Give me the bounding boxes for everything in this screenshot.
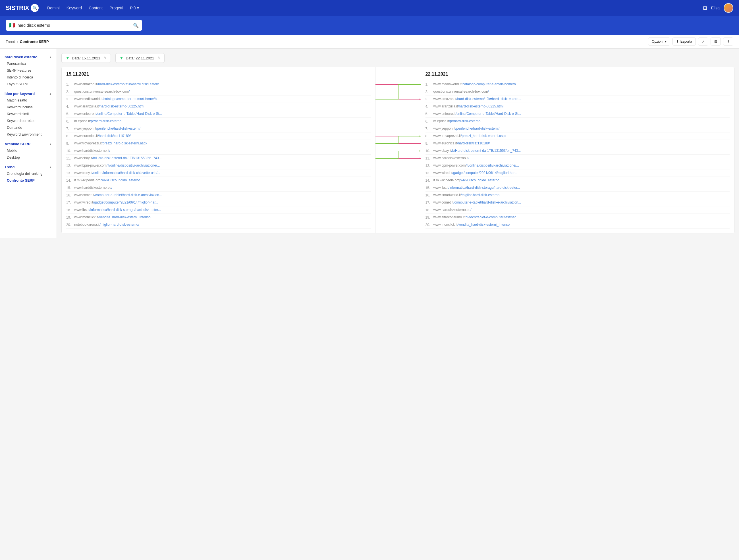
sidebar-item-mobile[interactable]: Mobile: [0, 147, 56, 154]
options-button[interactable]: Opzioni ▾: [648, 37, 670, 45]
sidebar-item-panoramica[interactable]: Panoramica: [0, 60, 56, 67]
share-button[interactable]: ↗: [698, 37, 708, 45]
list-item[interactable]: 7. www.yeppon.it/periferiche/hard-disk-e…: [66, 125, 371, 132]
list-item[interactable]: 19. www.altroconsumo.it/hi-tech/tablet-e…: [426, 214, 730, 221]
grid-icon[interactable]: ⊞: [703, 5, 707, 11]
list-item[interactable]: 14. it.m.wikipedia.org/wiki/Disco_rigido…: [66, 177, 371, 184]
sidebar-item-keyword-simili[interactable]: Keyword simili: [0, 111, 56, 117]
serp-num: 13.: [66, 171, 74, 175]
logo[interactable]: SISTRIX 🔍: [6, 4, 39, 12]
serp-url: www.ibs.it/informatica/hard-disk-storage…: [74, 208, 161, 212]
sidebar-item-keyword-correlate[interactable]: Keyword correlate: [0, 117, 56, 124]
list-item[interactable]: 2. questions.universal-search-box.com/: [426, 88, 730, 96]
sidebar-item-cronologia[interactable]: Cronologia dei ranking: [0, 170, 56, 177]
breadcrumb-parent[interactable]: Trend: [6, 39, 15, 44]
serp-url: www.unieuro.it/online/Computer-e-Tablet/…: [433, 112, 521, 116]
sidebar-section-archivio-header[interactable]: Archivio SERP ▲: [0, 140, 56, 147]
sidebar-item-layout-serp[interactable]: Layout SERP: [0, 81, 56, 88]
list-item[interactable]: 7. www.yeppon.it/periferiche/hard-disk-e…: [426, 125, 730, 132]
list-item[interactable]: 18. www.harddiskesterno.eu/: [426, 206, 730, 214]
sidebar-item-serp-features[interactable]: SERP Features: [0, 67, 56, 74]
flag-italy[interactable]: 🇮🇹: [9, 22, 15, 28]
serp-num: 8.: [426, 134, 433, 138]
list-item[interactable]: 11. www.harddiskesterno.it/: [426, 155, 730, 162]
list-item[interactable]: 10. www.ebay.it/b/Hard-disk-esterni-da-1…: [426, 147, 730, 155]
list-item[interactable]: 6. m.eprice.it/pr/hard-disk-esterno: [426, 118, 730, 125]
sidebar-item-intento[interactable]: Intento di ricerca: [0, 74, 56, 81]
serp-num: 1.: [426, 82, 433, 87]
serp-url: www.bpm-power.com/it/online/dispositivi-…: [74, 163, 160, 167]
list-item[interactable]: 16. www.smartworld.it/miglior-hard-disk-…: [426, 191, 730, 199]
list-item[interactable]: 9. www.trovaprezzi.it/prezzi_hard-disk-e…: [66, 140, 371, 147]
list-item[interactable]: 17. www.comet.it/computer-e-tablet/hard-…: [426, 199, 730, 206]
search-input-wrap: 🇮🇹 🔍: [6, 20, 142, 31]
serp-list-left: 1. www.amazon.it/hard-disk-esterno/s?k=h…: [66, 81, 371, 229]
list-item[interactable]: 13. www.trony.it/online/informatica/hard…: [66, 169, 371, 177]
list-item[interactable]: 3. www.mediaworld.it/catalogo/computer-e…: [66, 96, 371, 103]
chevron-down-icon: ▾: [665, 39, 667, 43]
breadcrumb-separator: ›: [17, 39, 18, 44]
sidebar-item-domande[interactable]: Domande: [0, 124, 56, 131]
list-item[interactable]: 9. www.euronics.it/hard-disk/cat110189/: [426, 140, 730, 147]
list-item[interactable]: 20. notebookarena.it/miglior-hard-disk-e…: [66, 221, 371, 229]
list-item[interactable]: 8. www.euronics.it/hard-disk/cat110189/: [66, 132, 371, 140]
nav-content[interactable]: Content: [89, 6, 103, 10]
list-item[interactable]: 12. www.bpm-power.com/it/online/disposit…: [426, 162, 730, 169]
list-item[interactable]: 5. www.unieuro.it/online/Computer-e-Tabl…: [426, 110, 730, 118]
list-item[interactable]: 16. www.comet.it/computer-e-tablet/hard-…: [66, 191, 371, 199]
sidebar-item-keyword-environment[interactable]: Keyword Environment: [0, 131, 56, 138]
sidebar-item-confronto-serp[interactable]: Confronto SERP: [0, 177, 56, 184]
sidebar-item-keyword-inclusa[interactable]: Keyword inclusa: [0, 104, 56, 111]
list-item[interactable]: 15. www.harddiskesterno.eu/: [66, 184, 371, 191]
list-item[interactable]: 14. it.m.wikipedia.org/wiki/Disco_rigido…: [426, 177, 730, 184]
search-input[interactable]: [18, 23, 131, 28]
list-item[interactable]: 11. www.ebay.it/b/Hard-disk-esterni-da-1…: [66, 155, 371, 162]
list-item[interactable]: 13. www.wired.it/gadget/computer/2021/06…: [426, 169, 730, 177]
list-item[interactable]: 3. www.amazon.it/hard-disk-esterno/s?k=h…: [426, 96, 730, 103]
serp-url: www.monclick.it/vendita_hard-disk-estern…: [74, 215, 151, 219]
serp-num: 10.: [426, 149, 433, 153]
serp-num: 6.: [426, 119, 433, 123]
list-item[interactable]: 4. www.aranzulla.it/hard-disk-esterno-50…: [426, 103, 730, 110]
list-item[interactable]: 19. www.monclick.it/vendita_hard-disk-es…: [66, 214, 371, 221]
list-item[interactable]: 12. www.bpm-power.com/it/online/disposit…: [66, 162, 371, 169]
date-filters: ▼ Data: 15.11.2021 ✎ ▼ Data: 22.11.2021 …: [61, 53, 734, 63]
nav-keyword[interactable]: Keyword: [66, 6, 82, 10]
serp-num: 1.: [66, 82, 74, 87]
download-alt-button[interactable]: ⬇: [723, 37, 733, 45]
layout-button[interactable]: ⊟: [711, 37, 721, 45]
list-item[interactable]: 6. m.eprice.it/pr/hard-disk-esterno: [66, 118, 371, 125]
list-item[interactable]: 18. www.ibs.it/informatica/hard-disk-sto…: [66, 206, 371, 214]
list-item[interactable]: 2. questions.universal-search-box.com/: [66, 88, 371, 96]
serp-num: 18.: [426, 208, 433, 212]
nav-domini[interactable]: Domini: [47, 6, 60, 10]
sidebar-section-trend: Trend ▲ Cronologia dei ranking Confronto…: [0, 163, 56, 184]
date-filter-2[interactable]: ▼ Data: 22.11.2021 ✎: [115, 53, 165, 63]
export-button[interactable]: ⬇ Esporta: [673, 37, 696, 45]
list-item[interactable]: 1. www.mediaworld.it/catalogo/computer-e…: [426, 81, 730, 88]
serp-num: 17.: [66, 200, 74, 205]
nav-piu[interactable]: Più ▾: [130, 6, 139, 10]
edit-icon-2: ✎: [157, 56, 160, 60]
serp-num: 14.: [66, 178, 74, 182]
sidebar-section-keyword-header[interactable]: hard disck esterno ▲: [0, 53, 56, 60]
list-item[interactable]: 20. www.monclick.it/vendita_hard-disk-es…: [426, 221, 730, 229]
logo-text: SISTRIX: [6, 4, 29, 12]
search-button[interactable]: 🔍: [133, 23, 139, 28]
list-item[interactable]: 8. www.trovaprezzi.it/prezzi_hard-disk-e…: [426, 132, 730, 140]
list-item[interactable]: 15. www.ibs.it/informatica/hard-disk-sto…: [426, 184, 730, 191]
options-label: Opzioni: [652, 39, 663, 43]
svg-marker-4: [420, 158, 421, 159]
list-item[interactable]: 10. www.harddiskesterno.it/: [66, 147, 371, 155]
list-item[interactable]: 4. www.aranzulla.it/hard-disk-esterno-50…: [66, 103, 371, 110]
avatar[interactable]: [724, 3, 733, 13]
sidebar-item-desktop[interactable]: Desktop: [0, 154, 56, 161]
date-filter-1[interactable]: ▼ Data: 15.11.2021 ✎: [61, 53, 111, 63]
sidebar-item-match-esatto[interactable]: Match esatto: [0, 97, 56, 104]
list-item[interactable]: 1. www.amazon.it/hard-disk-esterno/s?k=h…: [66, 81, 371, 88]
list-item[interactable]: 5. www.unieuro.it/online/Computer-e-Tabl…: [66, 110, 371, 118]
list-item[interactable]: 17. www.wired.it/gadget/computer/2021/06…: [66, 199, 371, 206]
sidebar-section-trend-header[interactable]: Trend ▲: [0, 163, 56, 170]
nav-progetti[interactable]: Progetti: [110, 6, 123, 10]
sidebar-section-idee-header[interactable]: Idee per keyword ▲: [0, 90, 56, 97]
